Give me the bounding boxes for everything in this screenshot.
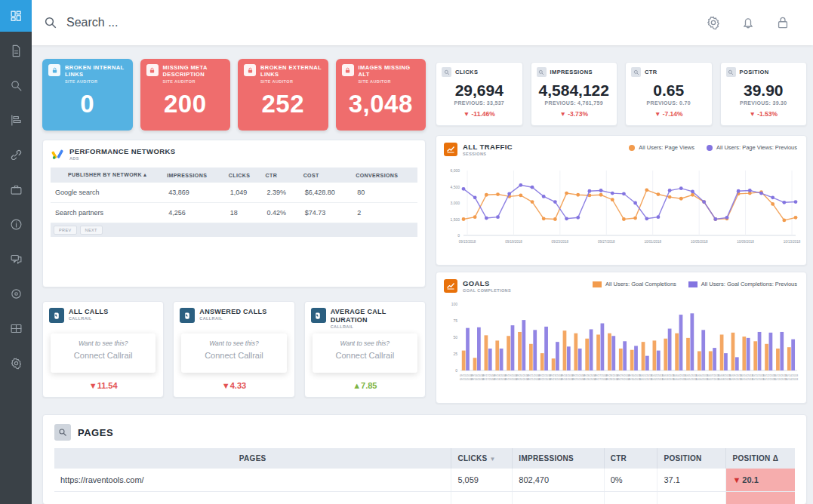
sidebar-item-messages[interactable] xyxy=(0,243,32,275)
next-button[interactable]: NEXT xyxy=(80,226,103,235)
column-header[interactable]: PUBLISHER BY NETWORK ▴ xyxy=(51,167,164,183)
column-header[interactable]: COST xyxy=(300,167,353,183)
legend-item[interactable]: All Users: Page Views xyxy=(629,144,694,151)
audit-card-missing-meta-description[interactable]: MISSING META DESCRIPTIONSITE AUDITOR200 xyxy=(140,59,231,131)
audit-card-value: 3,048 xyxy=(342,90,420,118)
connect-callrail-link[interactable]: Connect Callrail xyxy=(181,351,286,360)
magnifier-icon xyxy=(442,67,451,77)
callrail-phone-icon xyxy=(311,308,326,323)
table-cell: $6,428.80 xyxy=(300,183,353,203)
auditor-lock-icon xyxy=(342,64,354,76)
legend-swatch xyxy=(707,145,713,151)
audit-card-broken-external-links[interactable]: BROKEN EXTERNAL LINKSSITE AUDITOR252 xyxy=(238,59,328,131)
connect-overlay: Want to see this?Connect Callrail xyxy=(181,333,286,373)
search-input[interactable] xyxy=(66,16,293,29)
svg-text:0: 0 xyxy=(455,368,457,373)
legend-label: All Users: Page Views xyxy=(639,144,694,151)
svg-text:0: 0 xyxy=(457,233,460,238)
kpi-delta: ▼ -3.73% xyxy=(537,110,612,118)
kpi-previous: PREVIOUS: 39.30 xyxy=(726,100,802,106)
table-row[interactable]: Search partners4,256180.42%$74.732 xyxy=(51,203,417,223)
audit-card-images-missing-alt[interactable]: IMAGES MISSING ALTSITE AUDITOR3,048 xyxy=(336,59,427,131)
connect-callrail-link[interactable]: Connect Callrail xyxy=(51,351,156,360)
widget-subtitle: SESSIONS xyxy=(463,152,513,156)
table-cell: Search partners xyxy=(51,203,164,223)
widget-subtitle: ADS xyxy=(69,156,175,161)
page-url[interactable]: https://raventools.com/ xyxy=(54,469,451,492)
goals-bar-chart: 025507510009/15/201809/15/201809/16/2018… xyxy=(441,300,802,395)
lock-icon[interactable] xyxy=(775,15,790,30)
position-delta-cell: ▼20.1 xyxy=(726,469,795,492)
performance-networks-table: PUBLISHER BY NETWORK ▴IMPRESSIONSCLICKSC… xyxy=(51,167,417,223)
table-row[interactable]: Google search43,8691,0492.39%$6,428.8080 xyxy=(51,183,417,203)
pages-column-header-position[interactable]: POSITION xyxy=(657,448,726,469)
call-card-title: ALL CALLS xyxy=(69,308,109,316)
analytics-icon xyxy=(444,279,457,293)
sidebar-item-links[interactable] xyxy=(0,139,32,171)
kpi-delta: ▼ -7.14% xyxy=(631,110,707,118)
column-header[interactable]: CTR xyxy=(263,167,300,183)
call-card-subtitle: CALLRAIL xyxy=(69,316,109,321)
pages-column-header-impressions[interactable]: IMPRESSIONS xyxy=(513,448,604,469)
info-icon xyxy=(10,218,23,231)
callrail-cards: ALL CALLSCALLRAILWant to see this?Connec… xyxy=(42,301,426,398)
settings-icon xyxy=(10,357,23,370)
pages-cell xyxy=(54,492,451,504)
gear-icon[interactable] xyxy=(706,15,721,30)
sidebar-item-settings[interactable] xyxy=(0,347,32,379)
pages-column-header-ctr[interactable]: CTR xyxy=(604,448,657,469)
svg-text:09/27/2018: 09/27/2018 xyxy=(598,240,615,244)
pages-cell xyxy=(451,492,513,504)
header-actions xyxy=(706,15,790,30)
kpi-card-position[interactable]: POSITION39.90PREVIOUS: 39.30▼ -1.53% xyxy=(720,62,808,126)
kpi-card-impressions[interactable]: IMPRESSIONS4,584,122PREVIOUS: 4,761,759▼… xyxy=(531,62,618,126)
pages-table-row[interactable] xyxy=(54,492,795,504)
kpi-label: POSITION xyxy=(740,69,769,75)
pages-cell xyxy=(604,492,657,504)
column-header[interactable]: CLICKS xyxy=(226,167,263,183)
search-bar[interactable] xyxy=(44,16,706,29)
pages-cell: 5,059 xyxy=(451,469,513,492)
legend-item[interactable]: All Users: Page Views: Previous xyxy=(707,144,797,151)
legend-item[interactable]: All Users: Goal Completions: Previous xyxy=(688,281,797,287)
sidebar-item-dashboard[interactable] xyxy=(0,0,32,32)
callrail-phone-icon xyxy=(49,308,64,323)
pages-column-header-clicks[interactable]: CLICKS ▼ xyxy=(451,448,513,469)
legend-item[interactable]: All Users: Goal Completions xyxy=(593,281,676,287)
svg-text:09/19/2018: 09/19/2018 xyxy=(505,240,522,244)
pages-table-row[interactable]: https://raventools.com/5,059802,4700%37.… xyxy=(54,469,795,492)
audit-card-title: BROKEN EXTERNAL LINKS xyxy=(260,64,322,78)
pages-title: PAGES xyxy=(78,427,113,438)
tables-icon xyxy=(10,322,23,335)
audit-card-value: 200 xyxy=(146,90,225,118)
pages-column-header-position-[interactable]: POSITION Δ xyxy=(726,448,795,469)
audit-card-broken-internal-links[interactable]: BROKEN INTERNAL LINKSSITE AUDITOR0 xyxy=(42,59,133,131)
kpi-previous: PREVIOUS: 4,761,759 xyxy=(537,100,612,106)
sidebar-item-location[interactable] xyxy=(0,278,32,309)
legend-label: All Users: Goal Completions xyxy=(605,281,676,287)
kpi-card-ctr[interactable]: CTR0.65PREVIOUS: 0.70▼ -7.14% xyxy=(625,62,713,126)
sidebar-item-reports[interactable] xyxy=(0,35,32,66)
connect-callrail-link[interactable]: Connect Callrail xyxy=(313,351,417,360)
kpi-card-clicks[interactable]: CLICKS29,694PREVIOUS: 33,537▼ -11.46% xyxy=(436,62,523,126)
sidebar-item-portfolio[interactable] xyxy=(0,174,32,205)
sidebar-item-rankings[interactable] xyxy=(0,104,32,136)
audit-card-subtitle: SITE AUDITOR xyxy=(65,79,127,84)
prev-button[interactable]: PREV xyxy=(54,226,77,235)
sidebar-item-tables[interactable] xyxy=(0,312,32,344)
pages-widget: PAGES PAGESCLICKS ▼IMPRESSIONSCTRPOSITIO… xyxy=(42,414,807,504)
sort-caret-icon: ▼ xyxy=(490,456,496,463)
table-cell: 43,869 xyxy=(164,183,226,203)
sidebar-item-research[interactable] xyxy=(0,69,32,101)
column-header[interactable]: CONVERSIONS xyxy=(353,167,417,183)
pages-cell xyxy=(726,492,795,504)
sidebar-item-info[interactable] xyxy=(0,208,32,240)
column-header[interactable]: IMPRESSIONS xyxy=(164,167,226,183)
magnifier-icon xyxy=(726,67,736,77)
bell-icon[interactable] xyxy=(741,15,756,30)
sidebar xyxy=(0,0,32,504)
call-card-subtitle: CALLRAIL xyxy=(331,324,419,329)
pages-column-header-pages[interactable]: PAGES xyxy=(54,448,451,469)
site-auditor-cards: BROKEN INTERNAL LINKSSITE AUDITOR0MISSIN… xyxy=(42,59,426,131)
svg-text:50: 50 xyxy=(453,335,457,340)
